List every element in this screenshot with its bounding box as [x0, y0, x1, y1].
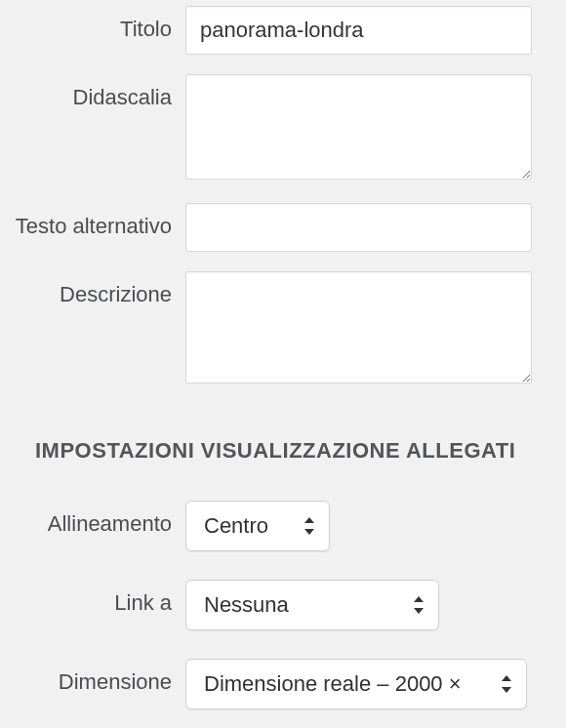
row-description: Descrizione: [0, 265, 566, 393]
row-alignment: Allineamento Centro: [0, 495, 566, 560]
label-linkto: Link a: [0, 580, 185, 617]
field-alignment: Centro: [185, 501, 532, 554]
row-title: Titolo: [0, 0, 566, 61]
label-description: Descrizione: [0, 271, 185, 308]
field-description: [185, 271, 532, 387]
linkto-select[interactable]: Nessuna: [185, 580, 439, 630]
field-title: [185, 6, 532, 55]
label-alignment: Allineamento: [0, 501, 185, 538]
field-alt: [185, 203, 532, 252]
size-select[interactable]: Dimensione reale – 2000 ×: [185, 659, 527, 709]
label-title: Titolo: [0, 6, 185, 43]
row-size: Dimensione Dimensione reale – 2000 ×: [0, 653, 566, 718]
field-linkto: Nessuna: [185, 580, 532, 633]
alignment-value: Centro: [186, 502, 329, 550]
title-input[interactable]: [185, 6, 532, 55]
field-caption: [185, 74, 532, 183]
row-linkto: Link a Nessuna: [0, 574, 566, 639]
label-size: Dimensione: [0, 659, 185, 696]
attachment-display-settings: Allineamento Centro Link a Nessuna: [0, 495, 566, 718]
row-caption: Didascalia: [0, 68, 566, 189]
description-textarea[interactable]: [185, 271, 532, 384]
row-alt: Testo alternativo: [0, 197, 566, 258]
label-caption: Didascalia: [0, 74, 185, 111]
attachment-details-panel: Titolo Didascalia Testo alternativo Desc…: [0, 0, 566, 718]
label-alt: Testo alternativo: [0, 203, 185, 240]
alt-input[interactable]: [185, 203, 532, 252]
field-size: Dimensione reale – 2000 ×: [185, 659, 532, 712]
linkto-value: Nessuna: [186, 581, 438, 629]
attachment-display-settings-heading: IMPOSTAZIONI VISUALIZZAZIONE ALLEGATI: [0, 393, 566, 481]
alignment-select[interactable]: Centro: [185, 501, 330, 551]
size-value: Dimensione reale – 2000 ×: [186, 660, 526, 708]
caption-textarea[interactable]: [185, 74, 532, 180]
